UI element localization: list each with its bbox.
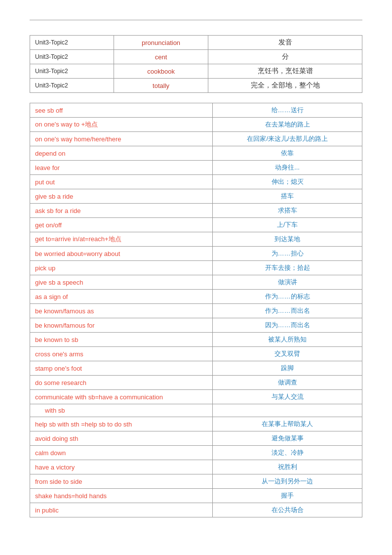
phrase-text: ask sb for a ride — [30, 204, 213, 218]
phrase-table: see sb off 给……送行 on one's way to +地点 在去某… — [30, 103, 362, 517]
phrase-translation: 在回家/来这儿/去那儿的路上 — [213, 132, 362, 146]
phrase-translation: 伸出；熄灭 — [213, 175, 362, 189]
phrase-row: calm down 淡定、冷静 — [30, 446, 362, 460]
phrase-translation: 求搭车 — [213, 204, 362, 218]
phrase-row: communicate with sb=have a communication… — [30, 390, 362, 404]
phrase-text: be known/famous as — [30, 304, 213, 318]
vocab-translation: 发音 — [208, 36, 362, 50]
phrase-text: get on/off — [30, 218, 213, 232]
phrase-translation: 作为……而出名 — [213, 304, 362, 318]
phrase-row: do some research 做调查 — [30, 376, 362, 390]
phrase-row: with sb — [30, 404, 362, 417]
phrase-translation: 避免做某事 — [213, 431, 362, 446]
vocab-row: Unit3-Topic2 totally 完全，全部地，整个地 — [30, 79, 362, 93]
phrase-row: help sb with sth =help sb to do sth 在某事上… — [30, 417, 362, 431]
phrase-translation: 因为……而出名 — [213, 318, 362, 333]
phrase-text: on one's way to +地点 — [30, 118, 213, 132]
phrase-row: give sb a ride 搭车 — [30, 189, 362, 204]
phrase-row: stamp one's foot 跺脚 — [30, 361, 362, 376]
phrase-row: avoid doing sth 避免做某事 — [30, 431, 362, 446]
phrase-row: cross one's arms 交叉双臂 — [30, 347, 362, 361]
vocab-translation: 烹饪书，烹饪菜谱 — [208, 64, 362, 79]
phrase-translation: 在公共场合 — [213, 503, 362, 517]
phrase-translation: 从一边到另外一边 — [213, 474, 362, 489]
phrase-text: cross one's arms — [30, 347, 213, 361]
phrase-row: be known/famous as 作为……而出名 — [30, 304, 362, 318]
vocab-translation: 完全，全部地，整个地 — [208, 79, 362, 93]
vocab-word: pronunciation — [114, 36, 208, 50]
phrase-text: in public — [30, 503, 213, 517]
phrase-row: pick up 开车去接；拾起 — [30, 261, 362, 275]
phrase-translation: 在某事上帮助某人 — [213, 417, 362, 431]
phrase-row: in public 在公共场合 — [30, 503, 362, 517]
phrase-row: depend on 依靠 — [30, 146, 362, 161]
phrase-translation: 搭车 — [213, 189, 362, 204]
phrase-translation: 握手 — [213, 489, 362, 503]
phrase-translation: 祝胜利 — [213, 460, 362, 474]
phrase-text: leave for — [30, 161, 213, 175]
phrase-row: leave for 动身往... — [30, 161, 362, 175]
phrase-row: be known/famous for 因为……而出名 — [30, 318, 362, 333]
vocab-row: Unit3-Topic2 pronunciation 发音 — [30, 36, 362, 50]
vocab-row: Unit3-Topic2 cent 分 — [30, 50, 362, 64]
phrase-translation: 跺脚 — [213, 361, 362, 376]
vocab-word: totally — [114, 79, 208, 93]
phrase-text: as a sign of — [30, 290, 213, 304]
phrase-row: see sb off 给……送行 — [30, 103, 362, 118]
phrase-row: on one's way home/here/there 在回家/来这儿/去那儿… — [30, 132, 362, 146]
phrase-row: from side to side 从一边到另外一边 — [30, 474, 362, 489]
phrase-translation: 与某人交流 — [213, 390, 362, 404]
phrase-translation: 到达某地 — [213, 232, 362, 247]
phrase-translation: 淡定、冷静 — [213, 446, 362, 460]
phrase-row: be known to sb 被某人所熟知 — [30, 333, 362, 347]
phrase-text: stamp one's foot — [30, 361, 213, 376]
phrase-text: give sb a speech — [30, 275, 213, 290]
phrase-translation: 上/下车 — [213, 218, 362, 232]
phrase-row: have a victory 祝胜利 — [30, 460, 362, 474]
phrase-translation: 被某人所熟知 — [213, 333, 362, 347]
phrase-text: pick up — [30, 261, 213, 275]
phrase-row: put out 伸出；熄灭 — [30, 175, 362, 189]
phrase-text: be worried about=worry about — [30, 247, 213, 261]
phrase-translation: 做调查 — [213, 376, 362, 390]
vocab-translation: 分 — [208, 50, 362, 64]
phrase-translation: 在去某地的路上 — [213, 118, 362, 132]
phrase-text: put out — [30, 175, 213, 189]
phrase-text: on one's way home/here/there — [30, 132, 213, 146]
phrase-text: shake hands=hold hands — [30, 489, 213, 503]
phrase-text: from side to side — [30, 474, 213, 489]
vocab-topic: Unit3-Topic2 — [30, 50, 114, 64]
phrase-text: be known/famous for — [30, 318, 213, 333]
phrase-text: do some research — [30, 376, 213, 390]
vocab-word: cent — [114, 50, 208, 64]
phrase-row: give sb a speech 做演讲 — [30, 275, 362, 290]
phrase-translation: 为……担心 — [213, 247, 362, 261]
phrase-translation: 做演讲 — [213, 275, 362, 290]
phrase-translation — [213, 404, 362, 417]
phrase-translation: 依靠 — [213, 146, 362, 161]
phrase-text: have a victory — [30, 460, 213, 474]
phrase-text: see sb off — [30, 103, 213, 118]
phrase-text: depend on — [30, 146, 213, 161]
vocab-topic: Unit3-Topic2 — [30, 36, 114, 50]
phrase-row: ask sb for a ride 求搭车 — [30, 204, 362, 218]
phrase-translation: 开车去接；拾起 — [213, 261, 362, 275]
phrase-text: calm down — [30, 446, 213, 460]
phrase-text: get to=arrive in/at=reach+地点 — [30, 232, 213, 247]
phrase-row: shake hands=hold hands 握手 — [30, 489, 362, 503]
phrase-text: communicate with sb=have a communication — [30, 390, 213, 404]
phrase-row: get on/off 上/下车 — [30, 218, 362, 232]
phrase-text: give sb a ride — [30, 189, 213, 204]
phrase-translation: 交叉双臂 — [213, 347, 362, 361]
vocab-topic: Unit3-Topic2 — [30, 79, 114, 93]
phrase-row: get to=arrive in/at=reach+地点 到达某地 — [30, 232, 362, 247]
phrase-text: help sb with sth =help sb to do sth — [30, 417, 213, 431]
top-divider — [30, 20, 362, 20]
phrase-text: with sb — [30, 404, 213, 417]
vocab-row: Unit3-Topic2 cookbook 烹饪书，烹饪菜谱 — [30, 64, 362, 79]
vocab-topic: Unit3-Topic2 — [30, 64, 114, 79]
phrase-translation: 作为……的标志 — [213, 290, 362, 304]
phrase-text: avoid doing sth — [30, 431, 213, 446]
phrase-row: as a sign of 作为……的标志 — [30, 290, 362, 304]
vocabulary-table: Unit3-Topic2 pronunciation 发音 Unit3-Topi… — [30, 35, 362, 93]
